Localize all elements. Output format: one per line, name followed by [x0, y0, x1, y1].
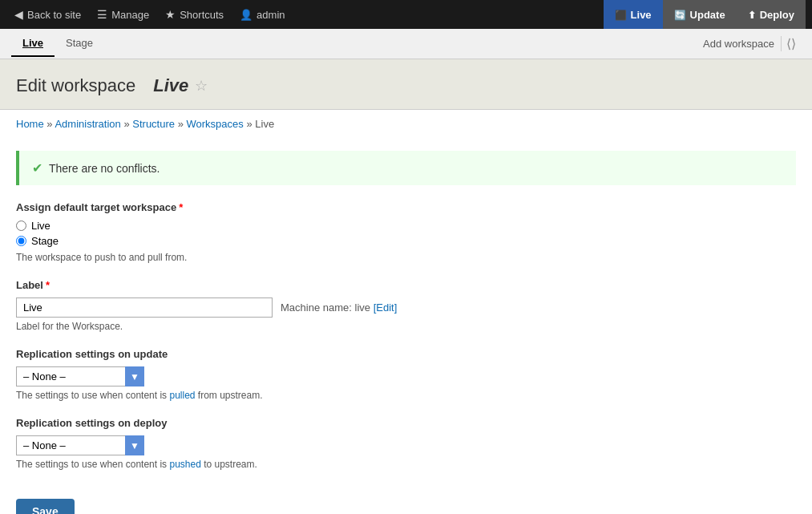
collapse-button[interactable]: ⟨⟩ [781, 36, 801, 51]
live-icon [615, 9, 627, 21]
save-button[interactable]: Save [16, 499, 75, 514]
replication-deploy-select[interactable]: – None – [16, 435, 144, 455]
breadcrumb-workspaces[interactable]: Workspaces [187, 118, 244, 130]
update-icon [674, 9, 686, 21]
live-button[interactable]: Live [604, 0, 663, 29]
label-section: Label* Machine name: live [Edit] Label f… [16, 279, 796, 332]
replication-update-select[interactable]: – None – [16, 366, 144, 387]
workspace-bar: Live Stage Add workspace ⟨⟩ [0, 29, 812, 59]
radio-live-input[interactable] [16, 221, 26, 231]
shortcuts-icon [165, 8, 176, 21]
pulled-link[interactable]: pulled [169, 390, 195, 401]
deploy-icon [748, 9, 756, 21]
breadcrumb-administration[interactable]: Administration [55, 118, 120, 130]
replication-update-select-wrapper: – None – ▼ [16, 366, 144, 387]
add-workspace-button[interactable]: Add workspace [697, 34, 781, 53]
main-content: ✔ There are no conflicts. Assign default… [0, 138, 812, 514]
success-message: ✔ There are no conflicts. [16, 151, 796, 185]
radio-stage-input[interactable] [16, 236, 26, 246]
favorite-icon[interactable]: ☆ [195, 77, 208, 95]
replication-deploy-section: Replication settings on deploy – None – … [16, 417, 796, 470]
back-label: Back to site [27, 9, 81, 21]
label-input-row: Machine name: live [Edit] [16, 297, 796, 318]
shortcuts-label: Shortcuts [180, 9, 224, 21]
page-header: Edit workspace Live ☆ [0, 59, 812, 110]
replication-update-helper: The settings to use when content is pull… [16, 390, 796, 401]
back-to-site-link[interactable]: Back to site [6, 0, 89, 29]
update-button[interactable]: Update [663, 0, 737, 29]
back-icon [14, 8, 23, 21]
deploy-button[interactable]: Deploy [737, 0, 806, 29]
breadcrumb-structure[interactable]: Structure [132, 118, 175, 130]
breadcrumb-live: Live [255, 118, 274, 130]
workspace-tab-live[interactable]: Live [11, 30, 55, 57]
label-helper-text: Label for the Workspace. [16, 321, 796, 332]
admin-bar-right: Live Update Deploy [604, 0, 806, 29]
success-icon: ✔ [32, 160, 42, 176]
target-workspace-section: Assign default target workspace* Live St… [16, 201, 796, 263]
label-field-label: Label* [16, 279, 796, 291]
shortcuts-link[interactable]: Shortcuts [157, 0, 232, 29]
machine-name: Machine name: live [Edit] [281, 302, 397, 314]
replication-update-section: Replication settings on update – None – … [16, 348, 796, 401]
manage-link[interactable]: Manage [89, 0, 157, 29]
machine-name-edit-link[interactable]: [Edit] [374, 302, 398, 314]
breadcrumb: Home » Administration » Structure » Work… [0, 110, 812, 138]
label-input[interactable] [16, 297, 273, 318]
workspace-tab-stage[interactable]: Stage [55, 30, 104, 57]
admin-link[interactable]: admin [232, 0, 293, 29]
replication-deploy-select-wrapper: – None – ▼ [16, 435, 144, 455]
radio-group: Live Stage [16, 220, 796, 247]
pushed-link[interactable]: pushed [169, 459, 200, 470]
radio-stage[interactable]: Stage [16, 235, 796, 247]
manage-icon [97, 8, 107, 21]
replication-deploy-helper: The settings to use when content is push… [16, 459, 796, 470]
page-title: Edit workspace Live ☆ [16, 75, 796, 96]
admin-bar: Back to site Manage Shortcuts admin Live… [0, 0, 812, 29]
radio-live[interactable]: Live [16, 220, 796, 232]
replication-update-label: Replication settings on update [16, 348, 796, 360]
replication-deploy-label: Replication settings on deploy [16, 417, 796, 429]
target-helper-text: The workspace to push to and pull from. [16, 252, 796, 263]
admin-icon [240, 9, 252, 21]
breadcrumb-home[interactable]: Home [16, 118, 44, 130]
target-workspace-label: Assign default target workspace* [16, 201, 796, 213]
admin-label: admin [257, 9, 285, 21]
manage-label: Manage [111, 9, 149, 21]
